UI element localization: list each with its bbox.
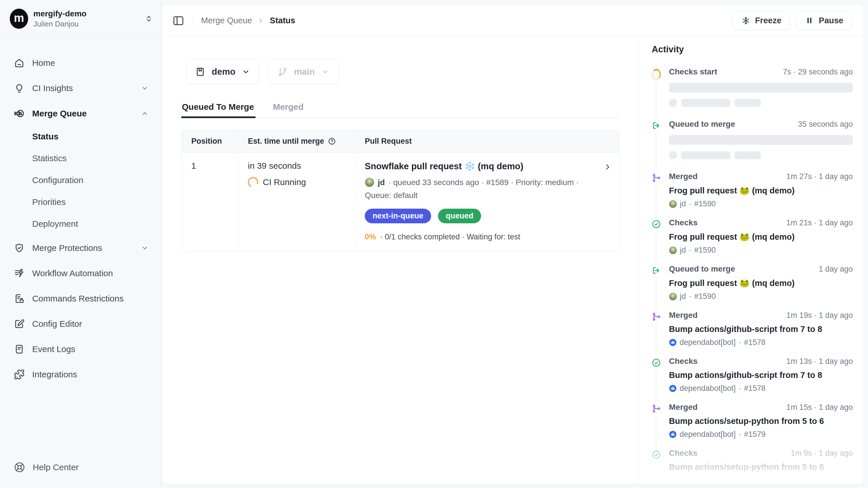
sidebar-item-label: Home [32,58,149,68]
activity-item-pr-title[interactable]: Bump actions/setup-python from 5 to 6 [669,417,853,426]
pause-button[interactable]: Pause [796,11,852,30]
activity-item-meta: dependabot[bot] · #1578 [669,384,853,393]
queue-table: Position Est. time until merge Pull Requ… [181,130,620,252]
activity-item: Checks 1m 13s · 1 day ago Bump actions/g… [652,357,853,393]
badge-next-in-queue: next-in-queue [365,209,431,223]
sidebar-toggle-icon[interactable] [172,15,185,27]
eta-value: in 39 seconds [248,161,345,171]
activity-item-time: 1 day ago [818,265,853,274]
activity-item-pr-title[interactable]: Frog pull request 🐸 (mq demo) [669,278,853,288]
activity-item: Checks start 7s · 29 seconds ago [652,67,853,107]
shield-check-icon [14,242,25,254]
sidebar-item-merge-queue[interactable]: Merge Queue [9,103,154,124]
chevron-down-icon [141,85,149,92]
activity-item-pr-title[interactable]: Bump actions/github-script from 7 to 8 [669,370,853,380]
lightbulb-icon [14,83,25,94]
sidebar-item-merge-protections[interactable]: Merge Protections [9,238,154,258]
pr-meta-text: · queued 33 seconds ago · #1589 · Priori… [388,177,579,188]
activity-item-pr-title[interactable]: Frog pull request 🐸 (mq demo) [669,186,853,195]
circle-check-icon [652,357,661,370]
pr-badges: next-in-queue queued [365,209,593,223]
activity-item-pr-title[interactable]: Frog pull request 🐸 (mq demo) [669,232,853,242]
help-circle-icon[interactable] [328,137,336,145]
activity-title: Activity [652,44,853,55]
eta-cell: in 39 seconds CI Running [238,153,355,251]
activity-item-title: Merged [669,172,698,181]
breadcrumb-merge-queue[interactable]: Merge Queue [201,16,252,25]
checks-progress: 0% [365,232,376,241]
tab-queued-to-merge[interactable]: Queued To Merge [181,102,256,118]
sidebar-item-statistics[interactable]: Statistics [9,149,154,168]
file-lock-icon [14,293,25,304]
skeleton-bar [669,83,853,92]
activity-item-title: Checks start [669,67,717,77]
book-repo-icon [195,67,205,77]
activity-item-pr-title[interactable]: Bump actions/github-script from 7 to 8 [669,324,853,334]
branch-selector-value: main [294,67,315,77]
sidebar-item-priorities[interactable]: Priorities [9,193,154,211]
freeze-button[interactable]: Freeze [733,11,790,30]
tab-merged[interactable]: Merged [272,102,305,118]
sidebar-item-configuration[interactable]: Configuration [9,171,154,190]
activity-item: Checks 1m 21s · 1 day ago Frog pull requ… [652,218,853,255]
pause-icon [805,16,814,25]
queue-table-row[interactable]: 1 in 39 seconds CI Running Snowflake pul… [182,153,619,251]
sidebar-item-home[interactable]: Home [9,53,154,73]
workflow-zap-icon [14,268,25,279]
activity-item-time: 1m 15s · 1 day ago [786,403,853,412]
skeleton-bar [735,99,761,107]
repository-selector[interactable]: demo [186,59,259,84]
activity-pr-number: #1578 [744,384,766,393]
activity-item: Merged 1m 27s · 1 day ago Frog pull requ… [652,172,853,208]
sidebar-item-label: Commands Restrictions [32,294,149,304]
sidebar-item-deployment[interactable]: Deployment [9,215,154,233]
circle-check-icon [652,218,661,231]
chevron-down-icon [242,68,250,76]
branch-selector[interactable]: main [268,59,339,84]
square-pen-icon [14,318,25,329]
sidebar-item-status[interactable]: Status [9,127,154,146]
activity-author: jd [680,292,686,301]
sidebar-item-help-center[interactable]: Help Center [9,457,84,478]
sidebar: m mergify-demo Julien Danjou Home CI Ins [0,0,161,488]
sidebar-item-event-logs[interactable]: Event Logs [9,339,154,360]
activity-author: dependabot[bot] [680,384,736,393]
sidebar-item-workflow-automation[interactable]: Workflow Automation [9,263,154,284]
badge-queued: queued [438,209,481,223]
activity-pr-number: #1579 [744,430,766,439]
avatar [669,200,677,208]
git-merge-icon [652,403,661,416]
sidebar-item-integrations[interactable]: Integrations [9,364,154,385]
column-position: Position [182,130,238,153]
merge-queue-submenu: Status Statistics Configuration Prioriti… [9,127,154,233]
life-buoy-icon [14,462,25,473]
activity-panel: Activity Checks start 7s · 29 seconds ag… [639,37,864,484]
checks-summary: · 0/1 checks completed · Waiting for: te… [380,232,520,241]
activity-pr-number: #1590 [694,292,716,301]
sidebar-nav: Home CI Insights Merge Queue [0,38,161,488]
queued-to-merge-icon [652,120,661,133]
avatar [365,178,374,187]
home-icon [14,57,25,68]
sidebar-item-config-editor[interactable]: Config Editor [9,314,154,334]
activity-item-title: Queued to merge [669,120,735,129]
activity-item: Merged 1m 15s · 1 day ago Bump actions/s… [652,403,853,439]
activity-author: dependabot[bot] [680,338,736,347]
pr-title[interactable]: Snowflake pull request ❄️ (mq demo) [365,161,593,172]
queued-to-merge-icon [652,264,661,278]
activity-item: Queued to merge 35 seconds ago [652,120,853,159]
dependabot-icon [669,431,677,438]
breadcrumb-chevron-icon [257,17,265,24]
sidebar-item-ci-insights[interactable]: CI Insights [9,78,154,98]
spinner-icon [652,67,661,83]
activity-item-meta: dependabot[bot] · #1579 [669,430,853,439]
activity-item-title: Checks [669,218,698,227]
column-pull-request: Pull Request [355,130,619,153]
activity-item-title: Merged [669,311,698,320]
repository-selector-value: demo [212,67,236,77]
sidebar-item-commands-restrictions[interactable]: Commands Restrictions [9,288,154,309]
pull-request-cell: Snowflake pull request ❄️ (mq demo) jd ·… [355,153,619,251]
chevron-right-icon[interactable] [604,163,611,171]
skeleton-bar [681,151,731,159]
org-switcher[interactable]: m mergify-demo Julien Danjou [0,0,161,38]
